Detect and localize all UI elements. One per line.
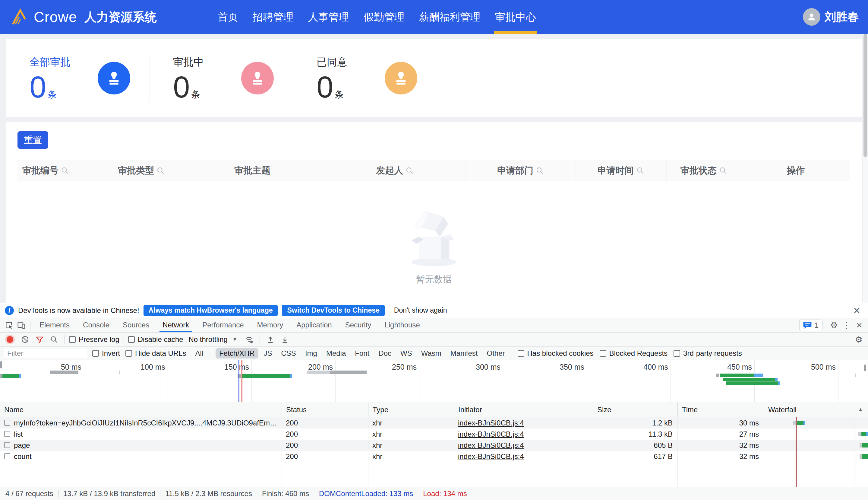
request-name[interactable]: list <box>14 429 277 440</box>
nav-item-假勤管理[interactable]: 假勤管理 <box>356 0 412 34</box>
device-toolbar-icon[interactable] <box>15 319 28 331</box>
column-search-icon[interactable] <box>156 167 165 175</box>
checkbox[interactable] <box>518 350 524 357</box>
network-conditions-icon[interactable] <box>243 333 255 345</box>
request-initiator-link[interactable]: index-BJnSi0CB.js:4 <box>458 417 588 429</box>
nav-item-招聘管理[interactable]: 招聘管理 <box>245 0 301 34</box>
column-search-icon[interactable] <box>719 167 727 175</box>
request-name[interactable]: page <box>14 440 277 451</box>
blocked-requests-checkbox[interactable]: Blocked Requests <box>600 349 668 357</box>
overview-scrollbar[interactable] <box>0 361 2 368</box>
tab-security[interactable]: Security <box>339 318 378 332</box>
switch-to-chinese-button[interactable]: Switch DevTools to Chinese <box>282 305 384 316</box>
overview-scrollbar[interactable] <box>864 364 866 371</box>
request-name[interactable]: count <box>14 451 277 462</box>
filter-type-img[interactable]: Img <box>302 348 321 359</box>
record-button[interactable] <box>7 336 13 343</box>
load-event-line <box>242 360 243 402</box>
filter-input[interactable] <box>4 349 87 358</box>
tab-application[interactable]: Application <box>290 318 338 332</box>
column-label: 审批类型 <box>118 164 154 177</box>
checkbox[interactable] <box>69 336 76 343</box>
third-party-requests-checkbox[interactable]: 3rd-party requests <box>673 349 742 357</box>
dont-show-again-button[interactable]: Don't show again <box>389 305 452 316</box>
filter-type-manifest[interactable]: Manifest <box>447 348 481 359</box>
tab-lighthouse[interactable]: Lighthouse <box>378 318 426 332</box>
network-request-row[interactable]: list200xhrindex-BJnSi0CB.js:411.3 kB27 m… <box>0 429 868 440</box>
export-har-icon[interactable] <box>279 333 291 345</box>
filter-type-js[interactable]: JS <box>260 348 276 359</box>
filter-type-other[interactable]: Other <box>483 348 508 359</box>
column-search-icon[interactable] <box>61 167 69 175</box>
network-request-row[interactable]: page200xhrindex-BJnSi0CB.js:4605 B32 ms <box>0 440 868 451</box>
match-language-button[interactable]: Always match HwBrowser's language <box>143 305 278 316</box>
network-settings-gear-icon[interactable]: ⚙ <box>852 333 865 345</box>
filter-type-all[interactable]: All <box>191 348 207 359</box>
sort-arrow-icon[interactable]: ▲ <box>858 407 863 413</box>
page-scrollbar[interactable] <box>863 34 868 303</box>
has-blocked-cookies-checkbox[interactable]: Has blocked cookies <box>518 349 594 357</box>
filter-type-font[interactable]: Font <box>351 348 373 359</box>
tab-console[interactable]: Console <box>76 318 116 332</box>
tab-performance[interactable]: Performance <box>196 318 250 332</box>
request-initiator-link[interactable]: index-BJnSi0CB.js:4 <box>458 429 588 440</box>
net-column-header-waterfall[interactable]: Waterfall▲ <box>764 402 868 417</box>
search-icon[interactable] <box>48 333 60 345</box>
column-search-icon[interactable] <box>536 167 544 175</box>
tab-elements[interactable]: Elements <box>33 318 76 332</box>
hide-data-urls-checkbox[interactable]: Hide data URLs <box>126 349 186 357</box>
net-column-header-status[interactable]: Status <box>282 402 368 417</box>
net-column-header-type[interactable]: Type <box>368 402 454 417</box>
column-search-icon[interactable] <box>636 167 644 175</box>
throttling-select[interactable]: No throttling ▼ <box>185 335 241 344</box>
request-initiator-link[interactable]: index-BJnSi0CB.js:4 <box>458 440 588 451</box>
filter-type-ws[interactable]: WS <box>397 348 416 359</box>
devtools-close-icon[interactable]: × <box>853 319 866 331</box>
filter-type-wasm[interactable]: Wasm <box>418 348 445 359</box>
filter-type-css[interactable]: CSS <box>278 348 300 359</box>
nav-item-人事管理[interactable]: 人事管理 <box>301 0 356 34</box>
net-column-header-time[interactable]: Time <box>678 402 764 417</box>
import-har-icon[interactable] <box>264 333 277 345</box>
settings-gear-icon[interactable]: ⚙ <box>828 319 840 331</box>
net-column-header-initiator[interactable]: Initiator <box>454 402 593 417</box>
checkbox[interactable] <box>128 336 135 343</box>
request-initiator-link[interactable]: index-BJnSi0CB.js:4 <box>458 451 588 462</box>
filter-funnel-icon[interactable] <box>33 333 46 345</box>
kebab-menu-icon[interactable]: ⋮ <box>840 319 853 331</box>
tab-sources[interactable]: Sources <box>116 318 156 332</box>
hide-data-urls-label: Hide data URLs <box>135 349 186 357</box>
checkbox[interactable] <box>673 350 680 357</box>
column-search-icon[interactable] <box>406 167 414 175</box>
checkbox[interactable] <box>126 350 132 357</box>
stat-unit: 条 <box>191 90 200 101</box>
net-column-header-size[interactable]: Size <box>593 402 678 417</box>
filter-type-fetchxhr[interactable]: Fetch/XHR <box>215 348 258 359</box>
issues-counter[interactable]: 1 <box>799 320 822 331</box>
tab-memory[interactable]: Memory <box>250 318 290 332</box>
preserve-log-checkbox[interactable]: Preserve log <box>69 335 119 344</box>
user-menu[interactable]: 刘胜春 <box>803 8 859 26</box>
reset-button[interactable]: 重置 <box>17 131 48 149</box>
network-overview-timeline[interactable]: 50 ms100 ms150 ms200 ms250 ms300 ms350 m… <box>0 360 868 402</box>
stat-number: 0 <box>317 73 333 101</box>
nav-item-首页[interactable]: 首页 <box>210 0 245 34</box>
disable-cache-checkbox[interactable]: Disable cache <box>128 335 183 344</box>
empty-state: 暂无数据 <box>6 204 862 286</box>
network-request-row[interactable]: myInfo?token=eyJhbGciOiJIUzI1NiIsInR5cCI… <box>0 417 868 429</box>
invert-checkbox[interactable]: Invert <box>92 349 120 357</box>
filter-type-doc[interactable]: Doc <box>375 348 395 359</box>
inspect-element-icon[interactable] <box>2 319 15 331</box>
checkbox[interactable] <box>600 350 606 357</box>
checkbox[interactable] <box>92 350 99 357</box>
infobar-close-icon[interactable]: × <box>854 305 860 316</box>
nav-item-薪酬福利管理[interactable]: 薪酬福利管理 <box>412 0 488 34</box>
clear-network-log-icon[interactable] <box>19 333 31 345</box>
tab-network[interactable]: Network <box>156 318 196 332</box>
nav-item-审批中心[interactable]: 审批中心 <box>488 0 543 34</box>
net-column-header-name[interactable]: Name <box>0 402 282 417</box>
scrollbar-thumb[interactable] <box>864 34 867 157</box>
request-name[interactable]: myInfo?token=eyJhbGciOiJIUzI1NiIsInR5cCI… <box>14 417 277 429</box>
network-request-row[interactable]: count200xhrindex-BJnSi0CB.js:4617 B32 ms <box>0 451 868 462</box>
filter-type-media[interactable]: Media <box>322 348 350 359</box>
